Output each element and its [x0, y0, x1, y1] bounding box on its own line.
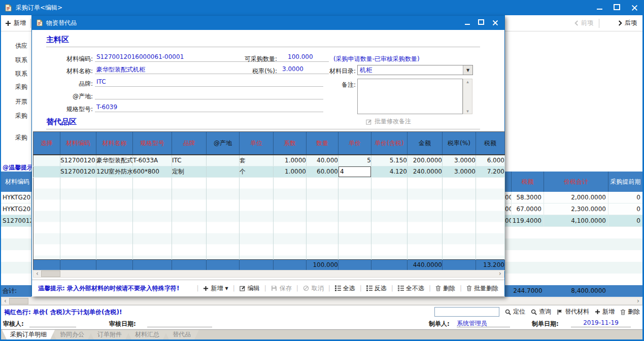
dialog-maximize-button[interactable] — [478, 19, 484, 26]
dialog-close-button[interactable] — [492, 20, 498, 26]
invert-selection-button[interactable]: 反选 — [366, 284, 387, 293]
add-row-button[interactable]: 新增 — [595, 308, 615, 316]
select-cell[interactable] — [33, 166, 60, 177]
column-header[interactable]: 单价 — [338, 132, 371, 155]
column-header[interactable]: 税额 — [512, 172, 544, 192]
origin-field[interactable] — [95, 91, 323, 99]
table-row[interactable]: 00 67.0000 2,300.0000 0 — [505, 203, 642, 215]
maximize-button[interactable] — [614, 4, 620, 12]
spec-label: 规格型号: — [42, 105, 93, 114]
minimize-button[interactable] — [597, 4, 602, 11]
column-header[interactable]: 规格型号 — [133, 132, 172, 155]
scrollbar-thumb[interactable] — [9, 298, 28, 304]
warm-hint-label: @温馨提示 — [3, 163, 32, 172]
tab-material-summary[interactable]: 材料汇总 — [127, 330, 167, 339]
cancel-button[interactable]: 取消 — [303, 284, 324, 293]
dialog-horizontal-scrollbar[interactable]: ‹ › — [33, 270, 504, 278]
table-row-selected[interactable]: S127001201 — [1, 215, 31, 227]
select-cell[interactable] — [33, 155, 60, 166]
delete-row-button[interactable]: 删除 — [620, 308, 640, 316]
spec-field[interactable]: T-6039 — [95, 104, 323, 112]
save-button[interactable]: 保存 — [271, 284, 292, 293]
column-header[interactable]: 品牌 — [172, 132, 207, 155]
table-row[interactable]: HYKTG2017- — [1, 192, 31, 203]
scroll-down-icon[interactable]: ▾ — [466, 109, 469, 114]
table-row[interactable]: HYKTG2017- — [1, 203, 31, 215]
tab-collaboration[interactable]: 协同办公 — [52, 330, 92, 339]
dialog-status-bar: 温馨提示: 录入外部材料的时候请不要录入特殊字符! | 新增 ▼ | 编辑 | … — [32, 280, 504, 296]
dialog-hint: 温馨提示: 录入外部材料的时候请不要录入特殊字符! — [38, 284, 179, 293]
note-scrollbar[interactable]: ▴ ▾ — [463, 79, 472, 114]
window-border — [0, 15, 1, 341]
substitute-material-button[interactable]: 替代材料 — [557, 308, 589, 316]
scroll-right-icon[interactable]: › — [496, 270, 504, 277]
column-header[interactable]: 税率(%) — [443, 132, 476, 155]
edit-button[interactable]: 编辑 — [240, 284, 260, 293]
dialog-minimize-button[interactable] — [465, 19, 470, 26]
next-item-button[interactable]: 后项 — [618, 19, 637, 27]
scrollbar-thumb[interactable] — [41, 270, 60, 277]
table-row-selected[interactable]: 00 119.4000 4,100.0000 0 — [505, 215, 642, 227]
batch-delete-button[interactable]: 批量删除 — [466, 284, 498, 293]
tax-rate-field[interactable]: 3.0000 — [281, 65, 329, 74]
column-header[interactable]: 金额 — [408, 132, 443, 155]
scroll-left-icon[interactable]: ‹ — [2, 298, 9, 304]
available-qty-label: 可采购数量: — [227, 55, 277, 63]
column-header[interactable]: 单位 — [240, 132, 274, 155]
delete-substitute-button[interactable]: 删除 — [435, 284, 455, 293]
totals-row: 100.000 440.0000 13.200 — [33, 259, 505, 270]
column-header[interactable]: 材料名称 — [96, 132, 133, 155]
unit-price-cell — [338, 166, 371, 177]
add-substitute-button[interactable]: 新增 ▼ — [203, 284, 228, 293]
prev-item-button[interactable]: 前项 — [574, 19, 593, 27]
locate-button[interactable]: 定位 — [505, 308, 525, 316]
search-input[interactable] — [434, 307, 499, 317]
tab-substitutes[interactable]: 替代品 — [164, 330, 199, 339]
scroll-left-icon[interactable]: ‹ — [33, 270, 41, 277]
horizontal-scrollbar[interactable]: ‹ › — [1, 297, 642, 305]
brand-field[interactable]: ITC — [95, 78, 323, 87]
column-header[interactable]: 系数 — [274, 132, 307, 155]
maker-field[interactable]: 系统管理员 — [457, 319, 510, 327]
pencil-icon — [366, 119, 372, 125]
chevron-down-icon[interactable]: ▼ — [463, 65, 472, 75]
note-textarea[interactable] — [357, 79, 463, 114]
scroll-up-icon[interactable]: ▴ — [466, 79, 469, 84]
column-header[interactable]: 选择 — [33, 132, 60, 155]
chevron-down-icon[interactable]: ▼ — [225, 286, 228, 291]
tab-attachments[interactable]: 订单附件 — [89, 330, 130, 339]
audit-date-field[interactable] — [147, 319, 212, 327]
substitute-row[interactable]: S1270012016 豪华型装配式 T-6033A ITC 套 1.0000 … — [33, 155, 505, 166]
column-header[interactable]: 数量 — [307, 132, 338, 155]
make-date-field[interactable]: 2019-11-19 — [571, 319, 631, 327]
plus-icon — [5, 20, 11, 26]
audit-info-row: 审核人: 审核日期: 制单人: 系统管理员 制单日期: 2019-11-19 — [0, 318, 644, 329]
auditor-field[interactable] — [29, 319, 76, 327]
add-order-button[interactable]: 新增 — [5, 19, 26, 27]
column-header[interactable]: 价税合计 — [544, 172, 608, 192]
tab-order-detail[interactable]: 采购订单明细 — [2, 330, 55, 339]
column-header[interactable]: 材料编码 — [1, 172, 31, 192]
available-qty-field[interactable]: 100.000 — [281, 53, 329, 62]
batch-edit-note-button[interactable]: 批量修改备注 — [366, 117, 411, 126]
scroll-right-icon[interactable]: › — [634, 298, 642, 304]
select-all-button[interactable]: 全选 — [335, 284, 355, 293]
total-amount: 440.0000 — [408, 259, 443, 270]
close-button[interactable] — [631, 5, 638, 11]
unit-price-editor[interactable] — [338, 166, 371, 177]
column-header[interactable]: 单价(含税) — [371, 132, 408, 155]
substitute-row-selected[interactable]: S1270012016 12U室外防水机 600*800 定制 个 1.0000… — [33, 166, 505, 177]
column-header[interactable]: @产地 — [207, 132, 240, 155]
column-header[interactable]: 材料编码 — [60, 132, 96, 155]
document-icon — [37, 19, 43, 26]
select-none-button[interactable]: 全不选 — [398, 284, 424, 293]
column-header[interactable]: 税额 — [476, 132, 505, 155]
flag-icon — [557, 309, 563, 315]
tax-rate-label: 税率(%): — [236, 67, 277, 76]
total-qty: 100.000 — [307, 259, 338, 270]
maker-label: 制单人: — [429, 320, 450, 328]
table-row[interactable]: 00 58.3000 2,000.0000 0 — [505, 192, 642, 203]
query-button[interactable]: 查询 — [531, 308, 551, 316]
column-header[interactable]: 采购提前期 — [608, 172, 642, 192]
catalog-select[interactable]: 机柜 ▼ — [357, 65, 473, 75]
